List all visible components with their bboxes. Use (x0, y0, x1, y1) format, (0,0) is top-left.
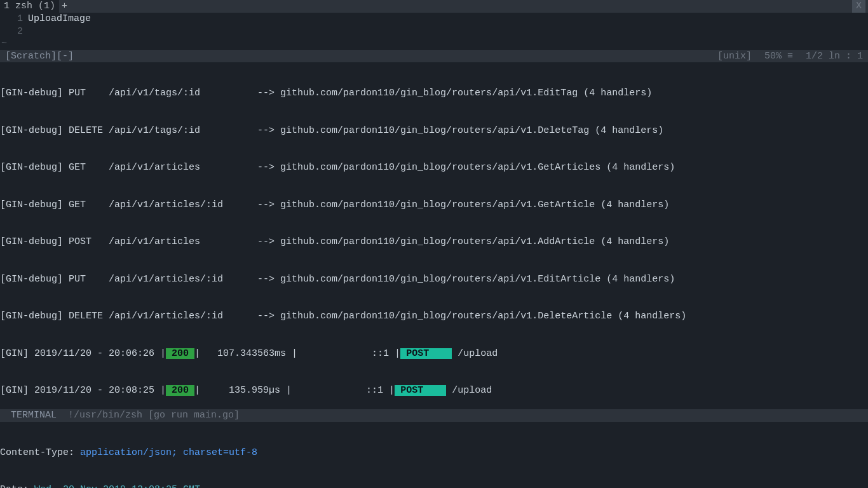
vim-tilde: ~ (0, 37, 868, 50)
terminal-label: TERMINAL (5, 410, 62, 421)
scratch-buffer[interactable]: 1UploadImage 2 ~ (0, 13, 868, 50)
percent: 50% ≡ (764, 50, 793, 63)
scratch-text: UploadImage (28, 13, 91, 25)
method-badge: POST (400, 348, 452, 359)
header-key: Content-Type: (0, 447, 74, 458)
request-log: [GIN] 2019/11/20 - 20:06:26 | 200 | 107.… (0, 348, 868, 360)
method-badge: POST (395, 385, 446, 396)
log-line: [GIN-debug] GET /api/v1/articles --> git… (0, 161, 868, 174)
buffer-name: [Scratch][-] (5, 50, 74, 63)
status-badge: 200 (166, 385, 194, 396)
http-response[interactable]: Content-Type: application/json; charset=… (0, 422, 868, 489)
log-line: [GIN-debug] DELETE /api/v1/tags/:id --> … (0, 125, 868, 137)
position: 1/2 ln : 1 (806, 50, 863, 63)
log-line: [GIN-debug] PUT /api/v1/articles/:id -->… (0, 273, 868, 286)
log-line: [GIN-debug] PUT /api/v1/tags/:id --> git… (0, 87, 868, 100)
log-line: [GIN-debug] POST /api/v1/articles --> gi… (0, 236, 868, 248)
request-log: [GIN] 2019/11/20 - 20:08:25 | 200 | 135.… (0, 384, 868, 397)
close-icon[interactable]: X (852, 0, 865, 13)
terminal-command: !/usr/bin/zsh [go run main.go] (62, 410, 240, 421)
tab-zsh[interactable]: 1 zsh (1) (0, 0, 59, 13)
log-line: [GIN-debug] DELETE /api/v1/articles/:id … (0, 310, 868, 323)
status-badge: 200 (166, 348, 194, 359)
log-line: [GIN-debug] GET /api/v1/articles/:id -->… (0, 199, 868, 212)
header-value: application/json; charset=utf-8 (74, 447, 257, 458)
header-key: Date: (0, 484, 29, 488)
file-format: [unix] (717, 50, 752, 63)
terminal-status-bar: TERMINAL !/usr/bin/zsh [go run main.go] (0, 409, 868, 422)
tab-bar: 1 zsh (1) + X (0, 0, 868, 13)
gin-log-output[interactable]: [GIN-debug] PUT /api/v1/tags/:id --> git… (0, 62, 868, 409)
line-number: 2 (0, 25, 28, 38)
line-number: 1 (0, 13, 28, 25)
add-tab-icon[interactable]: + (59, 0, 70, 13)
scratch-status-bar: [Scratch][-] [unix] 50% ≡ 1/2 ln : 1 (0, 50, 868, 63)
header-value: Wed, 20 Nov 2019 12:08:25 GMT (29, 484, 200, 488)
